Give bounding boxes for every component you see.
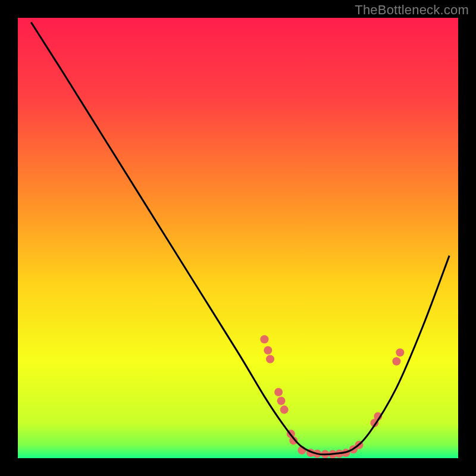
data-marker xyxy=(277,397,286,405)
bottleneck-chart xyxy=(0,0,476,476)
data-marker xyxy=(260,335,268,343)
watermark-text: TheBottleneck.com xyxy=(355,2,469,18)
gradient-background xyxy=(18,18,458,458)
chart-frame: { "watermark": "TheBottleneck.com", "cha… xyxy=(0,0,476,476)
data-marker xyxy=(396,348,404,356)
data-marker xyxy=(266,355,274,364)
data-marker xyxy=(274,388,283,396)
data-marker xyxy=(392,357,400,365)
data-marker xyxy=(280,406,289,414)
data-marker xyxy=(264,346,272,355)
